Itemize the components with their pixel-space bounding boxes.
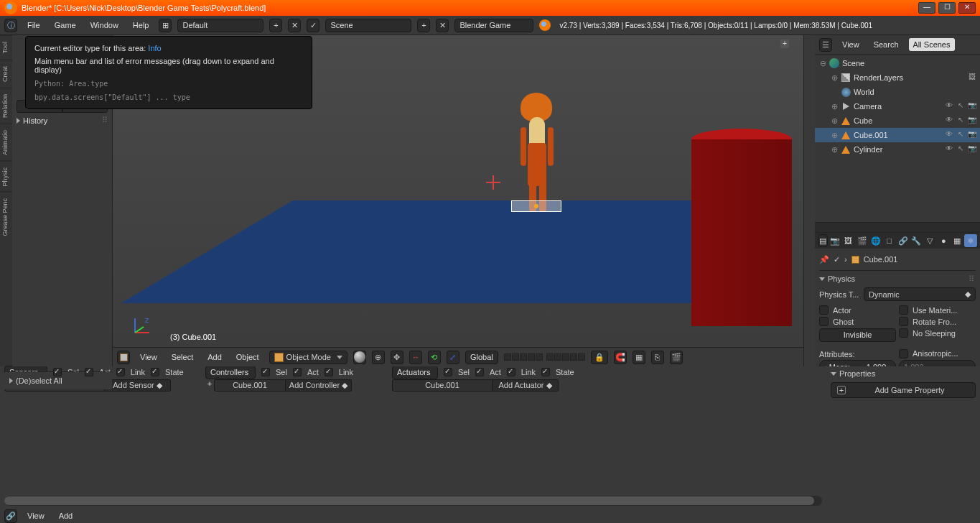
logic-scrollbar[interactable] — [4, 496, 822, 506]
outliner-scrollbar[interactable] — [815, 222, 980, 232]
outliner-menu-view[interactable]: View — [838, 39, 864, 50]
delete-scene-button[interactable]: ✕ — [436, 19, 449, 32]
timeline-menu-view[interactable]: View — [23, 510, 49, 522]
outliner-row-camera[interactable]: ⊕Camera👁↖📷 — [815, 99, 980, 114]
layer-buttons[interactable] — [504, 353, 585, 361]
clapper-icon[interactable]: 🎬 — [670, 351, 683, 364]
n-panel[interactable] — [803, 35, 815, 366]
ptab-object[interactable]: □ — [883, 234, 896, 247]
no-sleeping-checkbox[interactable] — [899, 328, 908, 338]
rotate-from-checkbox[interactable] — [899, 317, 908, 326]
outliner-row-cylinder[interactable]: ⊕Cylinder👁↖📷 — [815, 142, 980, 157]
invisible-button[interactable]: Invisible — [819, 328, 896, 342]
vtab-tool[interactable]: Tool — [0, 35, 12, 60]
breadcrumb-object[interactable]: Cube.001 — [864, 255, 898, 264]
editor-type-3dview-button[interactable] — [117, 351, 130, 364]
actor-checkbox[interactable] — [819, 305, 829, 315]
outliner-row-cube-001[interactable]: ⊕Cube.001👁↖📷 — [815, 128, 980, 142]
mode-dropdown[interactable]: Object Mode — [269, 351, 347, 364]
n-panel-toggle[interactable]: + — [780, 40, 789, 48]
physics-type-dropdown[interactable]: Dynamic◆ — [864, 287, 976, 301]
view3d-menu-view[interactable]: View — [136, 351, 162, 363]
ctrl-link-check[interactable] — [325, 368, 333, 376]
vtab-physics[interactable]: Physic — [0, 161, 12, 193]
mass-2-field[interactable]: 1.000 — [899, 360, 976, 366]
actuators-dropdown[interactable]: Actuators — [392, 366, 438, 379]
act-act-check[interactable] — [475, 368, 484, 376]
editor-type-logic-button[interactable]: 🔗 — [4, 509, 17, 523]
actuator-obj-name[interactable]: Cube.001 — [392, 379, 493, 392]
vtab-animation[interactable]: Animatio — [0, 124, 12, 161]
editor-type-outliner-button[interactable]: ☰ — [819, 38, 832, 52]
delete-screen-button[interactable]: ✕ — [288, 19, 301, 32]
ptab-material[interactable]: ● — [937, 234, 950, 247]
scene-icon[interactable]: ✓ — [307, 19, 319, 32]
shading-dropdown[interactable] — [353, 351, 366, 364]
ptab-physics[interactable]: ⚛ — [964, 234, 977, 247]
view3d-menu-object[interactable]: Object — [232, 351, 263, 363]
pivot-dropdown[interactable]: ⊕ — [372, 351, 385, 364]
screen-layout-dropdown[interactable]: Default — [177, 19, 263, 32]
controllers-dropdown[interactable]: Controllers — [205, 366, 256, 379]
outliner-row-scene[interactable]: ⊖Scene — [815, 56, 980, 70]
scene-dropdown[interactable]: Scene — [325, 19, 411, 32]
pin-icon[interactable]: 📌 — [819, 255, 829, 264]
act-sel-check[interactable] — [444, 368, 452, 376]
ptab-scene[interactable]: 🎬 — [856, 234, 869, 247]
ptab-texture[interactable]: ▦ — [951, 234, 963, 247]
render-engine-dropdown[interactable]: Blender Game — [454, 19, 533, 32]
ghost-checkbox[interactable] — [819, 317, 829, 326]
anisotropic-checkbox[interactable] — [899, 349, 908, 358]
close-button[interactable]: ✕ — [958, 2, 976, 14]
add-screen-button[interactable]: + — [269, 19, 282, 32]
ptab-render[interactable]: 📷 — [829, 234, 841, 247]
snap-element-dropdown[interactable]: ▦ — [633, 351, 645, 364]
scale-manip[interactable]: ⤢ — [447, 351, 459, 364]
snap-toggle[interactable]: 🧲 — [614, 351, 627, 364]
ptab-data[interactable]: ▽ — [923, 234, 936, 247]
maximize-button[interactable]: ☐ — [938, 2, 956, 14]
sensors-sel-check[interactable] — [53, 368, 62, 376]
editor-type-info-button[interactable]: ⓘ — [4, 19, 17, 32]
outliner-display-mode[interactable]: All Scenes — [909, 38, 955, 51]
vtab-grease[interactable]: Grease Penc — [0, 192, 12, 242]
outliner-row-cube[interactable]: ⊕Cube👁↖📷 — [815, 114, 980, 128]
ptab-modifiers[interactable]: 🔧 — [910, 234, 923, 247]
ctrl-sel-check[interactable] — [261, 368, 270, 376]
mass-field[interactable]: ‹ Mass:1.000 › — [819, 360, 896, 366]
ptab-world[interactable]: 🌐 — [869, 234, 882, 247]
outliner-row-renderlayers[interactable]: ⊕RenderLayers🖼 — [815, 70, 980, 85]
timeline-menu-add[interactable]: Add — [55, 510, 78, 522]
ptab-constraints[interactable]: 🔗 — [897, 234, 910, 247]
lock-camera-toggle[interactable]: 🔒 — [591, 351, 608, 364]
sensors-state-check[interactable] — [151, 368, 159, 376]
translate-manip[interactable]: ↔ — [409, 351, 422, 364]
add-sensor-button[interactable]: Add Sensor ◆ — [105, 379, 171, 392]
render-border-button[interactable]: ⎘ — [651, 351, 664, 364]
menu-file[interactable]: File — [23, 19, 45, 31]
history-panel-header[interactable]: History⠿ — [17, 116, 108, 125]
sensors-link-check[interactable] — [116, 368, 125, 376]
act-state-check[interactable] — [541, 368, 550, 376]
menu-game[interactable]: Game — [50, 19, 80, 31]
vtab-relations[interactable]: Relation — [0, 88, 12, 124]
game-properties-header[interactable]: Properties — [831, 369, 976, 378]
manipulator-toggle[interactable]: ✥ — [391, 351, 403, 364]
ptab-layers[interactable]: 🖼 — [842, 234, 855, 247]
act-link-check[interactable] — [507, 368, 515, 376]
view3d-menu-select[interactable]: Select — [167, 351, 198, 363]
add-actuator-button[interactable]: Add Actuator ◆ — [493, 379, 559, 392]
view3d-menu-add[interactable]: Add — [203, 351, 226, 363]
add-game-property-button[interactable]: +Add Game Property — [831, 382, 976, 398]
add-controller-button[interactable]: Add Controller ◆ — [286, 379, 352, 392]
minimize-button[interactable]: — — [918, 2, 935, 14]
use-material-checkbox[interactable] — [899, 305, 908, 315]
editor-type-properties-button[interactable]: ▤ — [818, 234, 828, 247]
physics-panel-header[interactable]: Physics⠿ — [819, 272, 976, 285]
ctrl-act-check[interactable] — [293, 368, 302, 376]
outliner-row-world[interactable]: World — [815, 85, 980, 99]
vtab-create[interactable]: Creat — [0, 60, 12, 88]
sensors-act-check[interactable] — [85, 368, 93, 376]
add-scene-button[interactable]: + — [417, 19, 430, 32]
screen-layout-icon[interactable]: ⊞ — [159, 19, 172, 32]
